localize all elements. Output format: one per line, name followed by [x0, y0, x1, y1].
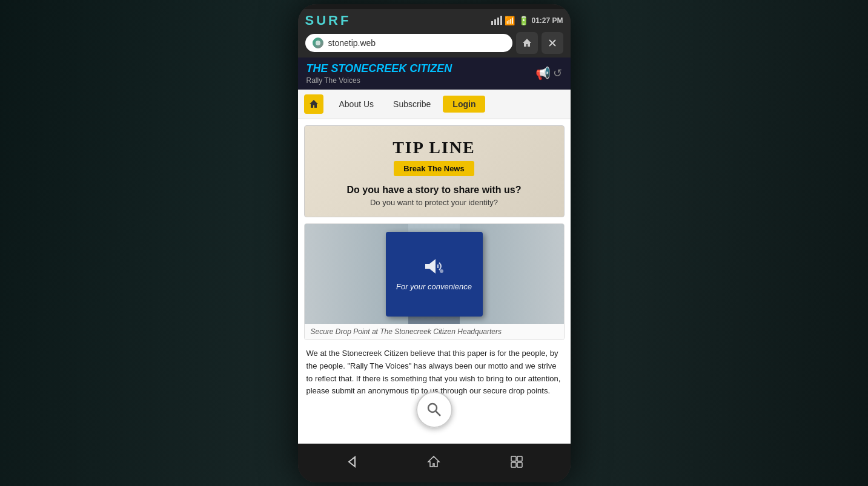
wifi-icon: 📶 — [505, 16, 515, 25]
browser-logo: SURF — [305, 13, 351, 28]
tip-line-banner: TIP LINE Break The News Do you have a st… — [304, 125, 565, 217]
site-title: The Stonecreek Citizen — [306, 62, 452, 76]
signal-icon — [491, 16, 502, 25]
phone-notch — [298, 4, 571, 9]
site-header-icons: 📢 ↺ — [535, 66, 562, 80]
svg-rect-8 — [511, 462, 516, 467]
svg-rect-1 — [437, 264, 439, 268]
megaphone-icon: 📢 — [535, 66, 551, 80]
drop-box-icon — [419, 255, 449, 277]
site-favicon — [313, 38, 323, 48]
back-button[interactable] — [340, 451, 362, 473]
browser-close-button[interactable] — [542, 32, 563, 54]
drop-point-image-container: For your convenience Secure Drop Point a… — [304, 223, 565, 340]
tip-line-title: TIP LINE — [314, 138, 554, 157]
status-bar: 📶 🔋 01:27 PM — [491, 16, 563, 25]
search-icon — [426, 401, 443, 418]
svg-rect-6 — [511, 456, 516, 461]
search-circle — [416, 392, 452, 428]
svg-point-3 — [428, 404, 437, 412]
url-text[interactable]: stonetip.web — [328, 38, 505, 48]
nav-about-link[interactable]: About Us — [330, 96, 384, 113]
svg-point-2 — [440, 269, 443, 273]
break-news-button[interactable]: Break The News — [394, 161, 474, 176]
time-display: 01:27 PM — [531, 16, 563, 25]
drop-box-label: For your convenience — [396, 281, 472, 292]
home-button[interactable] — [423, 451, 445, 473]
svg-marker-5 — [349, 457, 355, 467]
tip-question-1: Do you have a story to share with us? — [314, 185, 554, 195]
apps-button[interactable] — [506, 451, 528, 473]
browser-home-button[interactable] — [516, 32, 538, 54]
site-tagline: Rally The Voices — [306, 76, 452, 85]
nav-home-button[interactable] — [304, 94, 323, 114]
url-bar[interactable]: stonetip.web — [305, 34, 512, 52]
image-caption: Secure Drop Point at The Stonecreek Citi… — [305, 324, 564, 340]
drop-box-visual: For your convenience — [305, 224, 564, 324]
browser-top-bar: SURF 📶 🔋 01:27 PM ston — [298, 9, 571, 57]
phone-device: SURF 📶 🔋 01:27 PM ston — [298, 4, 571, 482]
site-header: The Stonecreek Citizen Rally The Voices … — [298, 57, 571, 90]
refresh-icon: ↺ — [553, 67, 562, 80]
drop-box: For your convenience — [386, 232, 483, 317]
svg-marker-0 — [425, 259, 436, 274]
tip-question-2: Do you want to protect your identity? — [314, 198, 554, 207]
svg-rect-7 — [517, 456, 522, 461]
browser-content: The Stonecreek Citizen Rally The Voices … — [298, 57, 571, 444]
phone-bottom-bar — [298, 444, 571, 482]
svg-line-4 — [436, 411, 440, 416]
nav-login-button[interactable]: Login — [443, 96, 485, 113]
nav-subscribe-link[interactable]: Subscribe — [383, 96, 440, 113]
svg-rect-9 — [517, 462, 522, 467]
site-navigation: About Us Subscribe Login — [298, 90, 571, 119]
article-text: We at the Stonecreek Citizen believe tha… — [306, 347, 562, 398]
battery-icon: 🔋 — [518, 16, 529, 25]
search-overlay — [416, 392, 452, 428]
url-bar-row: stonetip.web — [305, 32, 563, 57]
